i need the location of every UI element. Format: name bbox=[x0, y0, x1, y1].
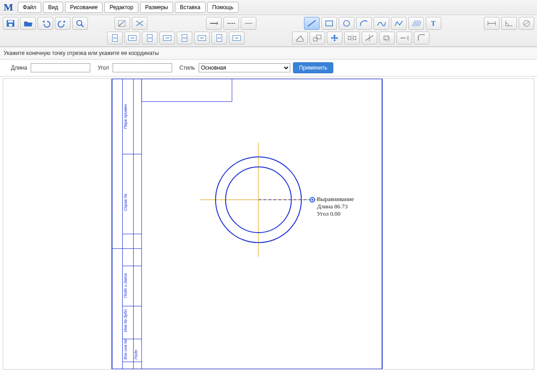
edit1-icon[interactable] bbox=[292, 32, 308, 44]
page-a3-portrait[interactable]: A3 bbox=[142, 32, 157, 44]
svg-rect-2 bbox=[9, 24, 12, 26]
toolbar-area: T A4A4A3A3A2A2A1A1 bbox=[0, 15, 537, 47]
open-icon[interactable] bbox=[20, 17, 36, 30]
mirror-icon[interactable] bbox=[344, 32, 360, 44]
style-label: Стиль bbox=[179, 65, 195, 71]
dim-linear-icon[interactable] bbox=[484, 17, 499, 30]
tooltip-line2: Длина 86.73 bbox=[317, 203, 347, 210]
svg-rect-17 bbox=[326, 21, 333, 26]
drawing-canvas[interactable]: Перв примен Справ № Подп и дата Инв № ду… bbox=[3, 78, 534, 370]
page-a4-portrait[interactable]: A4 bbox=[107, 32, 123, 44]
menu-file[interactable]: Файл bbox=[18, 2, 42, 13]
svg-point-18 bbox=[344, 21, 350, 27]
status-bar: Укажите конечную точку отрезка или укажи… bbox=[0, 47, 537, 60]
svg-text:T: T bbox=[431, 20, 436, 27]
snap-cross-icon[interactable] bbox=[132, 17, 147, 30]
snap-end-icon[interactable] bbox=[114, 17, 130, 30]
dim-angle-icon[interactable] bbox=[501, 17, 517, 30]
line-style1-icon[interactable] bbox=[206, 17, 222, 30]
svg-point-60 bbox=[311, 199, 313, 201]
hatch-tool-icon[interactable] bbox=[408, 17, 424, 30]
move-icon[interactable] bbox=[327, 32, 342, 44]
page-a2-landscape[interactable]: A2 bbox=[194, 32, 210, 44]
app-logo: M bbox=[3, 1, 16, 13]
length-input[interactable] bbox=[31, 63, 90, 72]
titleblock-label: Подп bbox=[134, 350, 138, 359]
offset-icon[interactable] bbox=[379, 32, 395, 44]
dim-diameter-icon[interactable] bbox=[519, 17, 534, 30]
menu-insert[interactable]: Вставка bbox=[175, 2, 206, 13]
svg-rect-34 bbox=[385, 37, 390, 41]
line-style3-icon[interactable] bbox=[241, 17, 256, 30]
svg-point-7 bbox=[119, 25, 120, 27]
page-a2-portrait[interactable]: A2 bbox=[177, 32, 192, 44]
svg-rect-30 bbox=[353, 36, 356, 39]
length-label: Длина bbox=[11, 65, 27, 71]
arc-tool-icon[interactable] bbox=[356, 17, 372, 30]
curve-tool-icon[interactable] bbox=[374, 17, 389, 30]
svg-rect-43 bbox=[112, 79, 382, 369]
titleblock-label: Инв № дубл bbox=[123, 309, 128, 332]
rect-tool-icon[interactable] bbox=[321, 17, 337, 30]
titleblock-label: Вза инв № bbox=[123, 339, 128, 359]
line-tool-icon[interactable] bbox=[304, 17, 320, 30]
menu-draw[interactable]: Рисование bbox=[65, 2, 103, 13]
style-select[interactable]: Основная bbox=[199, 63, 290, 72]
tooltip-line1: Выравнивание bbox=[317, 196, 354, 202]
line-style2-icon[interactable] bbox=[223, 17, 239, 30]
svg-point-16 bbox=[315, 20, 316, 22]
fillet-icon[interactable] bbox=[414, 32, 429, 44]
apply-button[interactable]: Применить bbox=[293, 62, 333, 73]
circle-tool-icon[interactable] bbox=[339, 17, 354, 30]
save-icon[interactable] bbox=[3, 17, 18, 30]
menu-dims[interactable]: Размеры bbox=[140, 2, 173, 13]
svg-line-42 bbox=[524, 21, 529, 25]
svg-rect-1 bbox=[8, 21, 13, 23]
redo-icon[interactable] bbox=[55, 17, 71, 30]
svg-rect-29 bbox=[348, 36, 351, 39]
undo-icon[interactable] bbox=[38, 17, 53, 30]
angle-input[interactable] bbox=[113, 63, 172, 72]
titleblock-label: Справ № bbox=[123, 193, 128, 211]
svg-line-6 bbox=[119, 21, 125, 25]
param-bar: Длина Угол Стиль Основная Применить bbox=[0, 60, 537, 76]
svg-point-15 bbox=[308, 25, 309, 27]
trim-icon[interactable] bbox=[362, 32, 377, 44]
page-a4-landscape[interactable]: A4 bbox=[125, 32, 140, 44]
zoom-icon[interactable] bbox=[72, 17, 88, 30]
titleblock-label: Перв примен bbox=[123, 104, 128, 129]
tooltip-line3: Угол 0.00 bbox=[317, 210, 341, 217]
angle-label: Угол bbox=[98, 65, 109, 71]
page-a1-portrait[interactable]: A1 bbox=[212, 32, 227, 44]
polyline-tool-icon[interactable] bbox=[391, 17, 407, 30]
page-a3-landscape[interactable]: A3 bbox=[159, 32, 175, 44]
menu-bar: M Файл Вид Рисование Редактор Размеры Вс… bbox=[0, 0, 537, 15]
svg-line-4 bbox=[81, 25, 84, 27]
menu-editor[interactable]: Редактор bbox=[104, 2, 138, 13]
edit2-icon[interactable] bbox=[309, 32, 325, 44]
text-tool-icon[interactable]: T bbox=[426, 17, 441, 30]
menu-help[interactable]: Помощь bbox=[207, 2, 239, 13]
page-a1-landscape[interactable]: A1 bbox=[229, 32, 244, 44]
titleblock-label: Подп и дата bbox=[123, 273, 128, 298]
menu-view[interactable]: Вид bbox=[43, 2, 63, 13]
svg-line-14 bbox=[309, 21, 315, 26]
extend-icon[interactable] bbox=[396, 32, 412, 44]
svg-point-10 bbox=[139, 22, 141, 24]
svg-rect-26 bbox=[314, 38, 317, 41]
svg-rect-33 bbox=[384, 36, 389, 39]
